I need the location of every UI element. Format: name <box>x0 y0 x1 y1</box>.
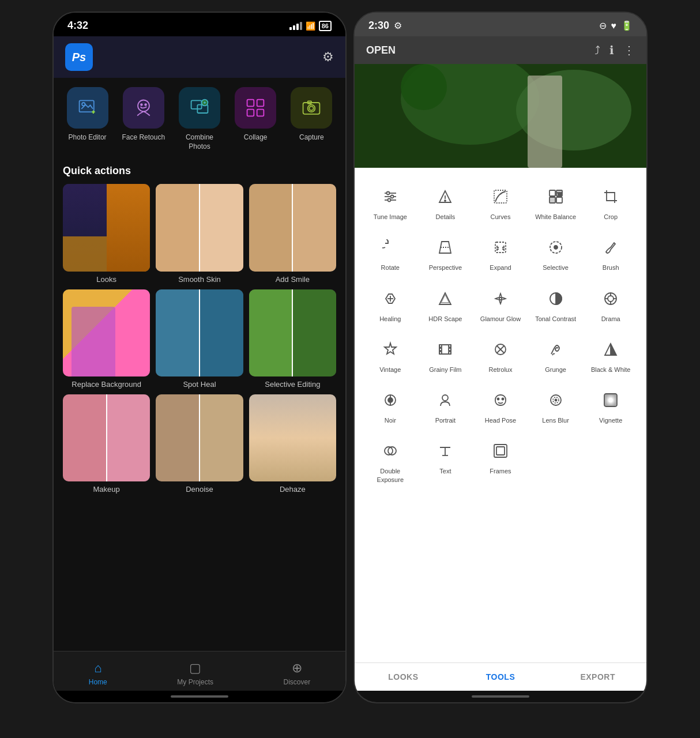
qa-dehaze-thumb <box>249 394 336 481</box>
tools-panel: Tune Image Details Curves W White Balanc… <box>355 168 646 662</box>
tool-tonal-contrast[interactable]: Tonal Contrast <box>529 281 582 327</box>
settings-icon[interactable]: ⚙ <box>322 50 334 65</box>
editor-nav-tools[interactable]: TOOLS <box>452 663 550 691</box>
status-bar-left: 4:32 📶 86 <box>54 13 345 36</box>
tool-perspective[interactable]: Perspective <box>419 230 472 276</box>
tune-image-label: Tune Image <box>374 213 407 221</box>
tool-retrolux[interactable]: Retrolux <box>474 332 527 378</box>
tool-brush[interactable]: Brush <box>584 230 637 276</box>
hdr-scape-icon <box>432 286 458 311</box>
tool-curves[interactable]: Curves <box>474 179 527 225</box>
combine-photos-label: Combine Photos <box>174 133 225 151</box>
qa-makeup[interactable]: Makeup <box>63 394 150 494</box>
svg-point-40 <box>554 246 558 249</box>
face-retouch-icon[interactable]: Face Retouch <box>118 87 169 151</box>
battery-right-icon: 🔋 <box>621 20 633 31</box>
nav-home[interactable]: ⌂ Home <box>89 661 107 686</box>
noir-icon <box>378 387 403 413</box>
crop-label: Crop <box>604 213 618 221</box>
drama-label: Drama <box>601 315 620 323</box>
photo-editor-box <box>67 87 108 129</box>
vignette-icon <box>598 387 623 413</box>
tool-expand[interactable]: Expand <box>474 230 527 276</box>
settings-status-icon: ⚙ <box>394 20 402 31</box>
tool-healing[interactable]: Healing <box>364 281 417 327</box>
qa-selective-label: Selective Editing <box>265 380 320 389</box>
qa-dehaze[interactable]: Dehaze <box>249 394 336 494</box>
tool-double-exposure[interactable]: Double Exposure <box>364 434 417 488</box>
qa-spot-thumb <box>156 289 243 376</box>
ps-logo[interactable]: Ps <box>65 43 93 71</box>
info-icon[interactable]: ℹ <box>609 43 614 57</box>
tool-white-balance[interactable]: W White Balance <box>529 179 582 225</box>
svg-point-25 <box>390 195 393 198</box>
hdr-scape-label: HDR Scape <box>428 315 462 323</box>
retrolux-icon <box>488 337 513 362</box>
share-icon[interactable]: ⤴ <box>594 44 600 57</box>
tool-drama[interactable]: Drama <box>584 281 637 327</box>
tool-frames[interactable]: Frames <box>474 434 527 488</box>
tune-image-icon <box>378 184 403 209</box>
qa-looks[interactable]: Looks <box>63 184 150 283</box>
home-indicator-right <box>355 691 646 702</box>
tool-text[interactable]: Text <box>419 434 472 488</box>
editor-header: OPEN ⤴ ℹ ⋮ <box>355 36 646 64</box>
qa-replace-label: Replace Background <box>71 380 141 389</box>
svg-text:W: W <box>558 191 562 197</box>
tool-rotate[interactable]: Rotate <box>364 230 417 276</box>
tool-grainy-film[interactable]: Grainy Film <box>419 332 472 378</box>
grainy-film-label: Grainy Film <box>429 366 461 374</box>
tool-grunge[interactable]: Grunge <box>529 332 582 378</box>
tool-glamour-glow[interactable]: Glamour Glow <box>474 281 527 327</box>
qa-denoise[interactable]: Denoise <box>156 394 243 494</box>
face-retouch-box <box>123 87 164 129</box>
collage-icon[interactable]: Collage <box>230 87 281 151</box>
svg-point-14 <box>310 106 314 110</box>
battery-icon: 86 <box>319 21 332 31</box>
svg-marker-52 <box>385 343 396 354</box>
home-indicator-left <box>54 691 345 702</box>
qa-selective[interactable]: Selective Editing <box>249 289 336 389</box>
qa-add-smile[interactable]: Add Smile <box>249 184 336 283</box>
portrait-label: Portrait <box>435 416 456 424</box>
brush-label: Brush <box>603 263 619 272</box>
tool-vintage[interactable]: Vintage <box>364 332 417 378</box>
photo-editor-icon[interactable]: Photo Editor <box>62 87 113 151</box>
text-label: Text <box>439 467 451 475</box>
tool-portrait[interactable]: Portrait <box>419 383 472 429</box>
expand-icon <box>488 235 513 260</box>
editor-header-icons: ⤴ ℹ ⋮ <box>594 43 635 57</box>
tool-lens-blur[interactable]: Lens Blur <box>529 383 582 429</box>
nav-my-projects[interactable]: ▢ My Projects <box>177 661 213 686</box>
signal-icon <box>289 22 302 30</box>
capture-box <box>291 87 332 129</box>
white-balance-icon: W <box>543 184 569 209</box>
svg-point-2 <box>138 100 149 112</box>
qa-smooth-skin[interactable]: Smooth Skin <box>156 184 243 283</box>
more-icon[interactable]: ⋮ <box>623 43 635 57</box>
nav-discover[interactable]: ⊕ Discover <box>284 661 311 686</box>
status-icons-right: ⊖ ♥ 🔋 <box>599 20 633 31</box>
tool-vignette[interactable]: Vignette <box>584 383 637 429</box>
tool-hdr-scape[interactable]: HDR Scape <box>419 281 472 327</box>
tool-crop[interactable]: Crop <box>584 179 637 225</box>
tool-noir[interactable]: Noir <box>364 383 417 429</box>
svg-rect-57 <box>449 352 451 354</box>
tool-details[interactable]: Details <box>419 179 472 225</box>
svg-rect-54 <box>439 345 442 347</box>
tool-selective[interactable]: Selective <box>529 230 582 276</box>
qa-replace-bg[interactable]: Replace Background <box>63 289 150 389</box>
svg-rect-53 <box>439 345 451 354</box>
combine-photos-icon[interactable]: Combine Photos <box>174 87 225 151</box>
editor-nav-export[interactable]: EXPORT <box>549 663 646 691</box>
qa-denoise-thumb <box>156 394 243 481</box>
tool-tune-image[interactable]: Tune Image <box>364 179 417 225</box>
capture-icon[interactable]: Capture <box>286 87 337 151</box>
editor-nav-looks[interactable]: LOOKS <box>355 663 452 691</box>
head-pose-label: Head Pose <box>485 416 516 424</box>
nav-discover-label: Discover <box>284 678 311 686</box>
collage-label: Collage <box>244 133 268 142</box>
tool-black-white[interactable]: Black & White <box>584 332 637 378</box>
tool-head-pose[interactable]: Head Pose <box>474 383 527 429</box>
qa-spot-heal[interactable]: Spot Heal <box>156 289 243 389</box>
